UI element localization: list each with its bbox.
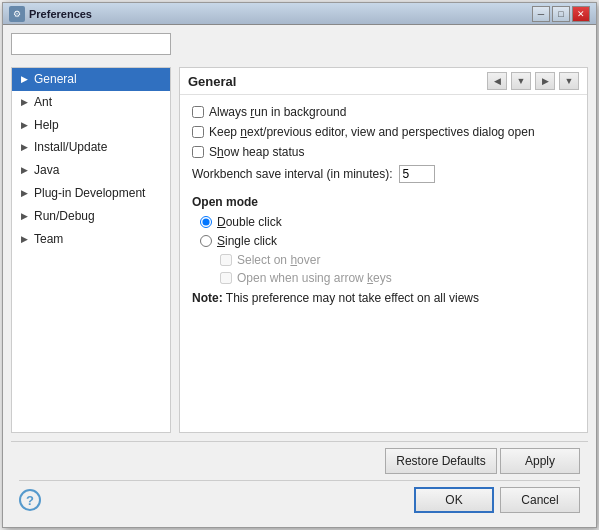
sidebar-item-run-debug[interactable]: ▶ Run/Debug — [12, 205, 170, 228]
always-run-row: Always run in background — [192, 105, 575, 119]
restore-row: Restore Defaults Apply — [19, 448, 580, 474]
window-icon: ⚙ — [9, 6, 25, 22]
search-input[interactable] — [11, 33, 171, 55]
right-panel: General ◀ ▼ ▶ ▼ Always run in background — [179, 67, 588, 433]
sidebar-item-label: Team — [34, 231, 63, 248]
arrow-icon: ▶ — [18, 142, 30, 154]
sidebar-item-label: Ant — [34, 94, 52, 111]
arrow-icon: ▶ — [18, 119, 30, 131]
select-hover-label: Select on hover — [237, 253, 320, 267]
arrow-icon: ▶ — [18, 96, 30, 108]
sidebar-item-plugin-dev[interactable]: ▶ Plug-in Development — [12, 182, 170, 205]
sidebar-item-label: Help — [34, 117, 59, 134]
dialog-buttons: ? OK Cancel — [19, 487, 580, 513]
panel-header: General ◀ ▼ ▶ ▼ — [180, 68, 587, 95]
show-heap-checkbox[interactable] — [192, 146, 204, 158]
sidebar: ▶ General ▶ Ant ▶ Help ▶ Install/Update … — [11, 67, 171, 433]
sidebar-item-general[interactable]: ▶ General — [12, 68, 170, 91]
open-arrow-checkbox[interactable] — [220, 272, 232, 284]
always-run-label: Always run in background — [209, 105, 346, 119]
preferences-window: ⚙ Preferences ─ □ ✕ ▶ General ▶ Ant — [2, 2, 597, 528]
window-title: Preferences — [29, 8, 532, 20]
show-heap-row: Show heap status — [192, 145, 575, 159]
sidebar-item-label: Install/Update — [34, 139, 107, 156]
workbench-save-row: Workbench save interval (in minutes): — [192, 165, 575, 183]
bottom-area: Restore Defaults Apply ? OK Cancel — [11, 441, 588, 519]
close-button[interactable]: ✕ — [572, 6, 590, 22]
restore-defaults-button[interactable]: Restore Defaults — [385, 448, 496, 474]
note-bold: Note: — [192, 291, 223, 305]
arrow-icon: ▶ — [18, 165, 30, 177]
maximize-button[interactable]: □ — [552, 6, 570, 22]
nav-dropdown2-button[interactable]: ▼ — [559, 72, 579, 90]
sidebar-item-label: General — [34, 71, 77, 88]
titlebar-buttons: ─ □ ✕ — [532, 6, 590, 22]
sidebar-item-install-update[interactable]: ▶ Install/Update — [12, 136, 170, 159]
double-click-radio[interactable] — [200, 216, 212, 228]
nav-back-button[interactable]: ◀ — [487, 72, 507, 90]
always-run-checkbox[interactable] — [192, 106, 204, 118]
minimize-button[interactable]: ─ — [532, 6, 550, 22]
select-hover-checkbox[interactable] — [220, 254, 232, 266]
sidebar-item-help[interactable]: ▶ Help — [12, 114, 170, 137]
note-text: This preference may not take effect on a… — [226, 291, 479, 305]
workbench-save-input[interactable] — [399, 165, 435, 183]
sidebar-item-ant[interactable]: ▶ Ant — [12, 91, 170, 114]
titlebar: ⚙ Preferences ─ □ ✕ — [3, 3, 596, 25]
arrow-icon: ▶ — [18, 187, 30, 199]
sidebar-item-team[interactable]: ▶ Team — [12, 228, 170, 251]
split-area: ▶ General ▶ Ant ▶ Help ▶ Install/Update … — [11, 67, 588, 433]
single-click-radio[interactable] — [200, 235, 212, 247]
help-icon-area: ? — [19, 489, 408, 511]
note-row: Note: This preference may not take effec… — [192, 291, 575, 305]
nav-dropdown-button[interactable]: ▼ — [511, 72, 531, 90]
ok-button[interactable]: OK — [414, 487, 494, 513]
main-content: ▶ General ▶ Ant ▶ Help ▶ Install/Update … — [3, 25, 596, 527]
sidebar-item-label: Java — [34, 162, 59, 179]
panel-title: General — [188, 74, 236, 89]
single-click-label: Single click — [217, 234, 277, 248]
sidebar-item-label: Plug-in Development — [34, 185, 145, 202]
keep-next-label: Keep next/previous editor, view and pers… — [209, 125, 535, 139]
sidebar-item-label: Run/Debug — [34, 208, 95, 225]
apply-button[interactable]: Apply — [500, 448, 580, 474]
double-click-row: Double click — [192, 215, 575, 229]
nav-forward-button[interactable]: ▶ — [535, 72, 555, 90]
cancel-button[interactable]: Cancel — [500, 487, 580, 513]
select-hover-row: Select on hover — [192, 253, 575, 267]
open-arrow-row: Open when using arrow keys — [192, 271, 575, 285]
keep-next-row: Keep next/previous editor, view and pers… — [192, 125, 575, 139]
workbench-save-label: Workbench save interval (in minutes): — [192, 167, 393, 181]
arrow-icon: ▶ — [18, 233, 30, 245]
help-button[interactable]: ? — [19, 489, 41, 511]
show-heap-label: Show heap status — [209, 145, 304, 159]
open-arrow-label: Open when using arrow keys — [237, 271, 392, 285]
panel-nav: ◀ ▼ ▶ ▼ — [487, 72, 579, 90]
open-mode-label: Open mode — [192, 195, 575, 209]
search-area — [11, 33, 588, 59]
panel-body: Always run in background Keep next/previ… — [180, 95, 587, 432]
arrow-icon: ▶ — [18, 73, 30, 85]
single-click-row: Single click — [192, 234, 575, 248]
double-click-label: Double click — [217, 215, 282, 229]
arrow-icon: ▶ — [18, 210, 30, 222]
separator — [19, 480, 580, 481]
sidebar-item-java[interactable]: ▶ Java — [12, 159, 170, 182]
keep-next-checkbox[interactable] — [192, 126, 204, 138]
